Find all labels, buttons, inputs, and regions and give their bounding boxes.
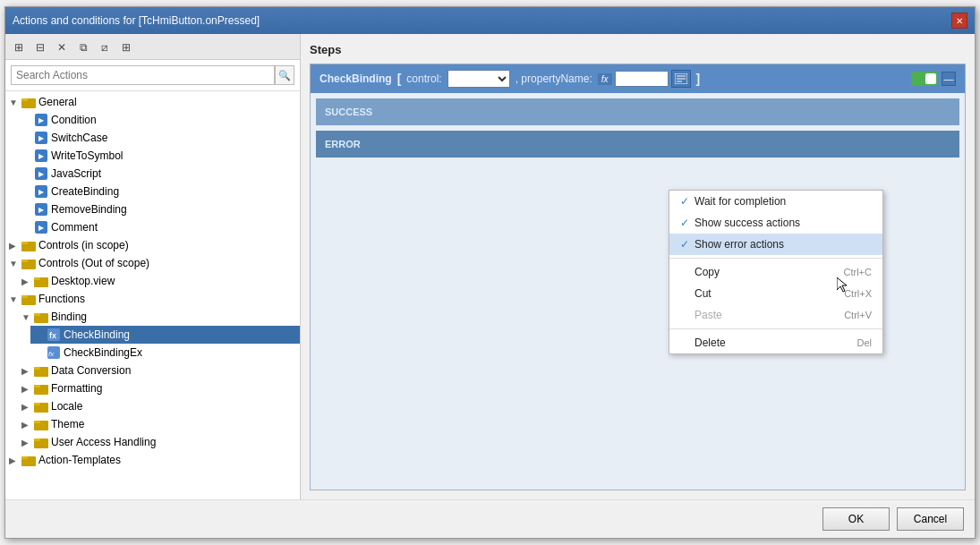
tree-item-general[interactable]: ▼ General — [5, 93, 300, 111]
toolbar-btn-5[interactable]: ⧄ — [95, 38, 115, 57]
tree-item-user-access-handling[interactable]: ▶ User Access Handling — [18, 433, 300, 451]
control-select[interactable] — [447, 70, 510, 88]
expander-functions: ▼ — [9, 294, 21, 304]
ctx-label-delete: Delete — [695, 336, 856, 349]
tree-item-formatting[interactable]: ▶ Formatting — [18, 379, 300, 397]
tree-item-binding[interactable]: ▼ Binding — [18, 308, 300, 326]
folder-icon-controls-out-of-scope — [21, 256, 36, 270]
tree-label-data-conversion: Data Conversion — [51, 364, 131, 377]
expander-locale: ▶ — [21, 402, 34, 412]
steps-label: Steps — [310, 43, 966, 56]
ctx-label-wait-for-completion: Wait for completion — [695, 195, 872, 208]
expander-binding: ▼ — [21, 312, 34, 322]
ctx-separator-2 — [669, 328, 882, 329]
tree-item-removebinding[interactable]: ▶ RemoveBinding — [18, 200, 300, 218]
tree-label-removebinding: RemoveBinding — [51, 203, 127, 216]
tree-item-checkbinding[interactable]: fx CheckBinding — [30, 326, 300, 344]
blue-arrow-icon-switchcase: ▶ — [34, 131, 48, 145]
tree-label-checkbindingex: CheckBindingEx — [64, 346, 142, 359]
folder-icon-desktop-view — [34, 274, 48, 288]
toggle-area[interactable]: — — [911, 72, 956, 86]
tree-item-condition[interactable]: ▶ Condition — [18, 111, 300, 129]
tree-item-desktop-view[interactable]: ▶ Desktop.view — [18, 272, 300, 290]
blue-arrow-icon-comment: ▶ — [34, 220, 48, 234]
toolbar-btn-3[interactable]: ✕ — [52, 38, 72, 57]
tree-item-locale[interactable]: ▶ Locale — [18, 397, 300, 415]
check-show-error-actions: ✓ — [680, 238, 695, 251]
blue-arrow-icon-condition: ▶ — [34, 113, 48, 127]
ctx-label-show-error-actions: Show error actions — [695, 238, 872, 251]
ctx-item-wait-for-completion[interactable]: ✓ Wait for completion — [669, 191, 882, 212]
tree-item-theme[interactable]: ▶ Theme — [18, 415, 300, 433]
tree-label-writetosymbol: WriteToSymbol — [51, 149, 123, 162]
tree-label-desktop-view: Desktop.view — [51, 275, 115, 287]
tree-item-createbinding[interactable]: ▶ CreateBinding — [18, 183, 300, 200]
property-name-input[interactable] — [615, 71, 669, 87]
svg-rect-23 — [34, 421, 40, 423]
toolbar-btn-1[interactable]: ⊞ — [9, 38, 29, 57]
bracket-open: [ — [397, 72, 402, 86]
tree-item-controls-in-scope[interactable]: ▶ Controls (in scope) — [5, 236, 300, 254]
ctx-item-show-success-actions[interactable]: ✓ Show success actions — [669, 212, 882, 234]
cancel-button[interactable]: Cancel — [897, 507, 964, 531]
blue-arrow-icon-removebinding: ▶ — [34, 202, 48, 217]
tree-item-checkbindingex[interactable]: fx CheckBindingEx — [30, 344, 300, 362]
tree-item-functions[interactable]: ▼ Functions — [5, 290, 300, 308]
tree-label-switchcase: SwitchCase — [51, 132, 107, 144]
minimize-btn[interactable]: — — [942, 72, 956, 86]
tree-label-comment: Comment — [51, 221, 98, 234]
tree-label-theme: Theme — [51, 418, 84, 430]
toolbar-btn-4[interactable]: ⧉ — [73, 38, 93, 57]
blue-arrow-icon-createbinding: ▶ — [34, 184, 48, 199]
tree-item-controls-out-of-scope[interactable]: ▼ Controls (Out of scope) — [5, 254, 300, 272]
checkbinding-bar: CheckBinding [ control: , propertyName: … — [311, 64, 965, 93]
dialog-title: Actions and conditions for [TcHmiButton.… — [13, 14, 260, 27]
tree-item-javascript[interactable]: ▶ JavaScript — [18, 165, 300, 183]
orange-star-icon-checkbinding: fx — [47, 328, 61, 342]
search-button[interactable]: 🔍 — [275, 65, 294, 85]
tree-label-condition: Condition — [51, 114, 97, 126]
ctx-separator-1 — [669, 258, 882, 259]
svg-text:fx: fx — [48, 350, 55, 358]
svg-rect-19 — [34, 385, 40, 387]
control-label: control: — [406, 72, 441, 85]
toolbar-btn-2[interactable]: ⊟ — [30, 38, 50, 57]
tree-item-action-templates[interactable]: ▶ Action-Templates — [5, 451, 300, 469]
toolbar-btn-6[interactable]: ⊞ — [116, 38, 136, 57]
success-label: SUCCESS — [325, 106, 379, 117]
fx-icon-checkbindingex: fx — [47, 345, 61, 360]
ctx-label-show-success-actions: Show success actions — [695, 217, 872, 229]
folder-icon-binding — [34, 310, 48, 324]
title-bar-buttons: ✕ — [951, 13, 967, 29]
ctx-item-paste: Paste Ctrl+V — [669, 304, 882, 326]
ok-button[interactable]: OK — [822, 507, 890, 531]
tree-label-javascript: JavaScript — [51, 167, 101, 180]
tree-item-switchcase[interactable]: ▶ SwitchCase — [18, 129, 300, 147]
property-browse-btn[interactable] — [671, 70, 691, 88]
tree-label-controls-out-of-scope: Controls (Out of scope) — [38, 257, 149, 269]
toggle-knob — [925, 73, 936, 84]
tree-item-writetosymbol[interactable]: ▶ WriteToSymbol — [18, 147, 300, 165]
tree-label-functions: Functions — [38, 293, 85, 305]
ctx-item-show-error-actions[interactable]: ✓ Show error actions — [669, 234, 882, 255]
svg-text:fx: fx — [49, 331, 56, 340]
ctx-label-copy: Copy — [695, 266, 844, 278]
svg-rect-1 — [21, 98, 28, 101]
tree-label-checkbinding: CheckBinding — [64, 328, 130, 341]
search-bar: 🔍 — [5, 60, 300, 91]
search-input[interactable] — [11, 65, 275, 85]
expander-controls-out-of-scope: ▼ — [9, 259, 21, 268]
folder-icon-data-conversion — [34, 363, 48, 378]
ctx-item-cut[interactable]: Cut Ctrl+X — [669, 283, 882, 304]
ctx-item-delete[interactable]: Delete Del — [669, 332, 882, 353]
svg-rect-9 — [21, 295, 28, 298]
ctx-item-copy[interactable]: Copy Ctrl+C — [669, 261, 882, 283]
expander-general: ▼ — [9, 98, 21, 107]
tree-item-data-conversion[interactable]: ▶ Data Conversion — [18, 362, 300, 379]
toolbar-row: ⊞ ⊟ ✕ ⧉ ⧄ ⊞ — [5, 34, 300, 60]
ctx-shortcut-paste: Ctrl+V — [844, 310, 872, 320]
toggle-switch[interactable] — [911, 72, 938, 86]
ctx-shortcut-copy: Ctrl+C — [844, 267, 872, 277]
tree-item-comment[interactable]: ▶ Comment — [18, 218, 300, 236]
close-button[interactable]: ✕ — [951, 13, 967, 29]
